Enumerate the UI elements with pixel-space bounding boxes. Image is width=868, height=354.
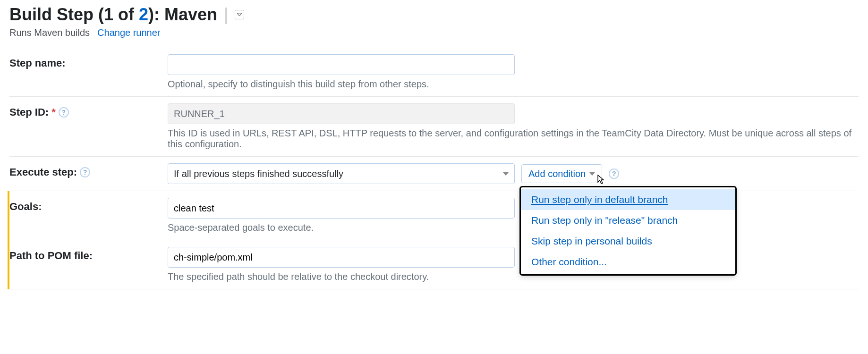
- help-icon[interactable]: ?: [59, 107, 69, 118]
- step-id-hint: This ID is used in URLs, REST API, DSL, …: [168, 128, 859, 150]
- execute-step-label: Execute step:: [9, 166, 77, 178]
- condition-option-release-branch[interactable]: Run step only in "release" branch: [521, 210, 735, 231]
- execute-step-value: If all previous steps finished successfu…: [174, 169, 343, 179]
- step-id-input[interactable]: [168, 103, 515, 124]
- condition-option-other[interactable]: Other condition...: [521, 252, 735, 272]
- help-icon[interactable]: ?: [609, 169, 619, 179]
- help-icon[interactable]: ?: [80, 167, 90, 177]
- required-marker: *: [51, 106, 56, 118]
- pom-input[interactable]: [168, 247, 515, 268]
- step-name-label: Step name:: [9, 54, 168, 69]
- title-dropdown-icon[interactable]: [235, 10, 244, 19]
- add-condition-button[interactable]: Add condition: [521, 164, 602, 183]
- cursor-icon: [596, 175, 604, 187]
- title-suffix: ): Maven: [148, 5, 217, 24]
- page-title: Build Step (1 of 2): Maven |: [9, 5, 859, 25]
- chevron-down-icon: [503, 172, 509, 176]
- pom-label: Path to POM file:: [9, 247, 168, 262]
- condition-option-skip-personal[interactable]: Skip step in personal builds: [521, 231, 735, 252]
- title-prefix: Build Step (1 of: [9, 5, 139, 24]
- title-step-total: 2: [139, 5, 148, 24]
- condition-option-default-branch[interactable]: Run step only in default branch: [521, 189, 735, 210]
- title-divider: |: [224, 5, 228, 25]
- pom-hint: The specified path should be relative to…: [168, 271, 859, 282]
- chevron-down-icon: [589, 172, 595, 176]
- change-runner-link[interactable]: Change runner: [97, 27, 160, 38]
- add-condition-label: Add condition: [528, 169, 586, 179]
- goals-input[interactable]: [168, 198, 515, 219]
- step-name-input[interactable]: [168, 54, 515, 75]
- goals-label: Goals:: [9, 198, 168, 213]
- runner-description: Runs Maven builds: [9, 27, 90, 38]
- step-id-label: Step ID:: [9, 106, 49, 118]
- step-name-hint: Optional, specify to distinguish this bu…: [168, 79, 859, 90]
- execute-step-select[interactable]: If all previous steps finished successfu…: [168, 163, 515, 184]
- condition-dropdown: Run step only in default branch Run step…: [519, 186, 737, 276]
- goals-hint: Space-separated goals to execute.: [168, 222, 859, 233]
